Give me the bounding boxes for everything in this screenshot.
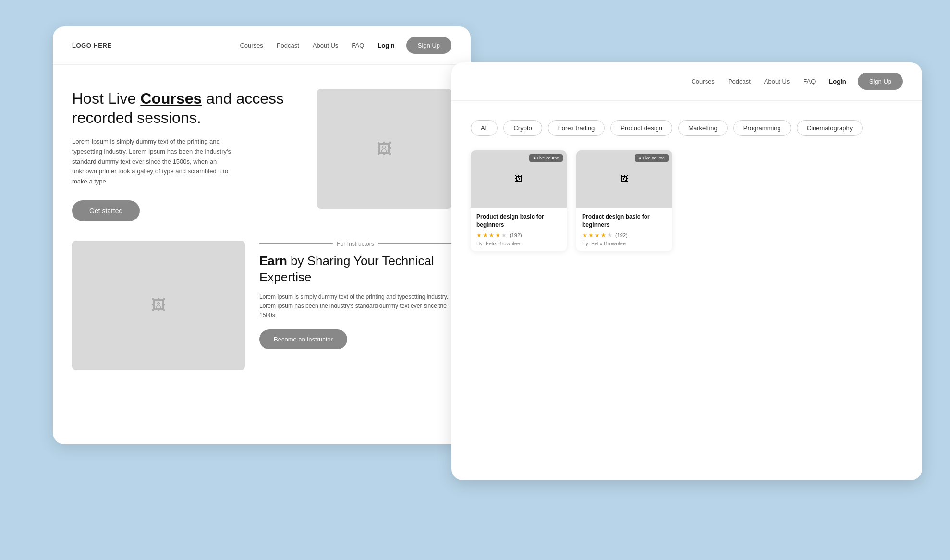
course-title-1: Product design basic for beginners [476, 213, 561, 229]
instructor-section: For Instructors Earn by Sharing Your Tec… [259, 241, 451, 370]
live-badge-2: ● Live course [635, 154, 669, 162]
hero-title-bold: Courses [140, 90, 202, 107]
earn-title: Earn by Sharing Your Technical Expertise [259, 253, 451, 286]
bottom-section: 🖼 For Instructors Earn by Sharing Your T… [53, 226, 471, 370]
course-thumbnail-icon-1: 🖼 [515, 175, 523, 183]
back-card: Courses Podcast About Us FAQ Login Sign … [451, 62, 922, 480]
star2-3: ★ [595, 232, 600, 239]
star2-2: ★ [588, 232, 594, 239]
courses-section: 🖼 ● Live course Product design basic for… [451, 136, 922, 251]
course-card-2[interactable]: 🖼 ● Live course Product design basic for… [576, 150, 672, 251]
main-card: LOGO HERE Courses Podcast About Us FAQ L… [53, 26, 471, 444]
rating-text-2: (192) [615, 232, 628, 238]
earn-description: Lorem Ipsum is simply dummy text of the … [259, 292, 451, 320]
star-3: ★ [489, 232, 494, 239]
stars-2: ★ ★ ★ ★ ★ (192) [582, 232, 667, 239]
hero-image-placeholder: 🖼 [317, 89, 451, 209]
navbar-back: Courses Podcast About Us FAQ Login Sign … [451, 62, 922, 101]
for-instructors-label: For Instructors [259, 241, 451, 247]
back-nav-about[interactable]: About Us [764, 78, 790, 85]
category-pills: All Crypto Forex trading Product design … [471, 120, 903, 136]
pill-product-design[interactable]: Product design [610, 120, 672, 136]
stars-1: ★ ★ ★ ★ ★ (192) [476, 232, 561, 239]
course-thumbnail-1: 🖼 ● Live course [471, 150, 567, 208]
back-nav-courses[interactable]: Courses [691, 78, 714, 85]
signup-button[interactable]: Sign Up [406, 37, 451, 54]
course-info-2: Product design basic for beginners ★ ★ ★… [576, 208, 672, 251]
star-1: ★ [476, 232, 482, 239]
bottom-image-icon: 🖼 [151, 296, 166, 314]
course-title-2: Product design basic for beginners [582, 213, 667, 229]
get-started-button[interactable]: Get started [72, 200, 140, 221]
hero-section: Host Live Courses and access recorded se… [53, 65, 471, 221]
back-signup-button[interactable]: Sign Up [858, 73, 903, 90]
nav-podcast[interactable]: Podcast [277, 42, 299, 49]
become-instructor-button[interactable]: Become an instructor [259, 329, 347, 349]
back-nav-faq[interactable]: FAQ [803, 78, 816, 85]
pill-forex[interactable]: Forex trading [548, 120, 605, 136]
nav-about[interactable]: About Us [313, 42, 338, 49]
course-card-1[interactable]: 🖼 ● Live course Product design basic for… [471, 150, 567, 251]
back-nav-login[interactable]: Login [829, 78, 846, 85]
course-thumbnail-2: 🖼 ● Live course [576, 150, 672, 208]
course-info-1: Product design basic for beginners ★ ★ ★… [471, 208, 567, 251]
nav-login[interactable]: Login [378, 42, 394, 49]
logo: LOGO HERE [72, 42, 112, 49]
pill-cinematography[interactable]: Cinematography [797, 120, 863, 136]
pill-crypto[interactable]: Crypto [503, 120, 542, 136]
nav-links-main: Courses Podcast About Us FAQ Login [240, 42, 394, 49]
star-5: ★ [501, 232, 507, 239]
back-nav-podcast[interactable]: Podcast [728, 78, 751, 85]
nav-courses[interactable]: Courses [240, 42, 263, 49]
star2-5: ★ [607, 232, 612, 239]
pill-programming[interactable]: Programming [733, 120, 791, 136]
pill-marketing[interactable]: Marketting [678, 120, 728, 136]
navbar-main: LOGO HERE Courses Podcast About Us FAQ L… [53, 26, 471, 65]
star-4: ★ [495, 232, 500, 239]
course-author-1: By: Felix Brownlee [476, 241, 561, 246]
rating-text-1: (192) [510, 232, 522, 238]
earn-bold: Earn [259, 254, 287, 268]
hero-title: Host Live Courses and access recorded se… [72, 89, 298, 127]
course-thumbnail-icon-2: 🖼 [621, 175, 628, 183]
live-badge-1: ● Live course [529, 154, 563, 162]
nav-links-back: Courses Podcast About Us FAQ Login [691, 78, 846, 85]
pill-all[interactable]: All [471, 120, 498, 136]
star-2: ★ [483, 232, 488, 239]
course-author-2: By: Felix Brownlee [582, 241, 667, 246]
hero-description: Lorem Ipsum is simply dummy text of the … [72, 137, 235, 187]
categories-section: All Crypto Forex trading Product design … [451, 101, 922, 136]
star2-4: ★ [601, 232, 606, 239]
hero-title-plain: Host Live [72, 90, 140, 107]
image-icon: 🖼 [377, 140, 392, 158]
bottom-image-placeholder: 🖼 [72, 241, 245, 370]
nav-faq[interactable]: FAQ [352, 42, 364, 49]
hero-text: Host Live Courses and access recorded se… [72, 89, 298, 221]
star2-1: ★ [582, 232, 587, 239]
